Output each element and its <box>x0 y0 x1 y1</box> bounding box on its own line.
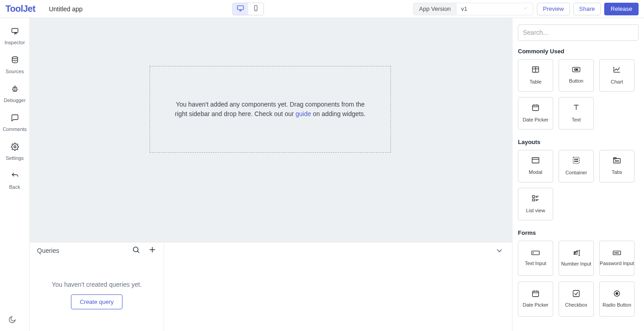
plus-icon[interactable] <box>148 246 156 256</box>
svg-point-37 <box>576 159 577 160</box>
sidebar-label: Comments <box>0 126 29 132</box>
sidebar-item-settings[interactable]: Settings <box>0 137 29 166</box>
header: ToolJet Untitled app App Vers <box>0 0 644 18</box>
list-view-icon <box>531 194 540 204</box>
share-button[interactable]: Share <box>573 3 601 15</box>
svg-line-17 <box>137 251 139 252</box>
canvas-empty-placeholder: You haven't added any components yet. Dr… <box>150 66 391 153</box>
svg-text:2: 2 <box>573 251 576 256</box>
svg-line-13 <box>13 91 14 92</box>
mobile-toggle-button[interactable] <box>248 3 263 15</box>
chevron-down-icon <box>523 5 528 12</box>
component-number-input[interactable]: 2 Number Input <box>559 241 594 276</box>
sidebar-item-inspector[interactable]: Inspector <box>0 22 29 51</box>
component-label: Text <box>572 117 581 123</box>
component-tabs[interactable]: Tabs <box>599 150 635 182</box>
desktop-icon <box>237 5 244 14</box>
password-input-icon <box>612 250 621 258</box>
version-select[interactable]: v1 <box>456 3 533 15</box>
tabs-icon <box>613 157 621 166</box>
sidebar-item-comments[interactable]: Comments <box>0 108 29 137</box>
component-date-picker[interactable]: Date Picker <box>518 97 553 130</box>
version-label: App Version <box>413 3 456 15</box>
sidebar-label: Sources <box>0 69 29 74</box>
left-sidebar: Inspector Sources Debugger Comments Sett… <box>0 18 30 331</box>
guide-link[interactable]: guide <box>296 110 311 117</box>
header-left: ToolJet Untitled app <box>5 4 83 14</box>
svg-rect-47 <box>532 196 535 198</box>
svg-point-40 <box>576 161 577 162</box>
svg-rect-48 <box>532 199 535 201</box>
component-label: Chart <box>611 79 623 85</box>
svg-line-12 <box>16 87 17 88</box>
theme-toggle[interactable] <box>8 316 16 326</box>
radio-icon <box>613 289 621 299</box>
version-value: v1 <box>461 5 467 12</box>
component-modal[interactable]: Modal <box>518 150 553 182</box>
queries-sidebar: Queries You haven't created queries yet.… <box>30 242 164 331</box>
component-label: Date Picker <box>523 117 549 123</box>
logo[interactable]: ToolJet <box>5 4 35 14</box>
component-chart[interactable]: Chart <box>599 59 635 92</box>
sidebar-label: Settings <box>0 155 29 161</box>
search-input[interactable] <box>518 24 639 41</box>
component-form-date-picker[interactable]: Date Picker <box>518 281 553 317</box>
calendar-icon <box>531 289 540 299</box>
canvas-empty-text-post: on adding widgets. <box>311 110 366 117</box>
desktop-toggle-button[interactable] <box>233 3 248 15</box>
sidebar-item-back[interactable]: Back <box>0 166 29 195</box>
queries-title: Queries <box>37 247 59 254</box>
component-label: Number Input <box>561 261 592 267</box>
gear-icon <box>11 143 19 153</box>
component-container[interactable]: Container <box>559 150 594 182</box>
svg-point-62 <box>616 253 617 254</box>
release-button[interactable]: Release <box>604 3 639 15</box>
number-input-icon: 2 <box>572 249 581 258</box>
sidebar-item-sources[interactable]: Sources <box>0 51 29 79</box>
canvas-area[interactable]: You haven't added any components yet. Dr… <box>30 18 512 242</box>
svg-rect-5 <box>12 28 18 33</box>
svg-point-44 <box>615 161 616 162</box>
svg-point-15 <box>14 146 16 148</box>
modal-icon <box>531 157 540 166</box>
sidebar-label: Debugger <box>0 98 29 103</box>
component-label: Button <box>569 78 583 84</box>
component-text[interactable]: Text <box>559 97 594 130</box>
checkbox-icon <box>572 289 580 299</box>
component-table[interactable]: Table <box>518 59 553 92</box>
container-icon <box>572 156 580 166</box>
component-label: Checkbox <box>565 302 588 308</box>
app-title[interactable]: Untitled app <box>49 5 83 13</box>
svg-rect-27 <box>532 105 539 111</box>
component-text-input[interactable]: Text Input <box>518 241 553 276</box>
component-list-view[interactable]: List view <box>518 188 553 220</box>
preview-button[interactable]: Preview <box>537 3 569 15</box>
search-icon[interactable] <box>132 246 140 256</box>
svg-rect-64 <box>532 291 539 297</box>
svg-rect-33 <box>532 158 539 163</box>
queries-panel: Queries You haven't created queries yet.… <box>30 242 512 331</box>
svg-point-41 <box>577 161 578 162</box>
version-group: App Version v1 <box>413 3 533 15</box>
svg-point-6 <box>12 57 18 59</box>
component-label: Modal <box>529 169 542 175</box>
svg-line-11 <box>13 87 14 88</box>
component-password-input[interactable]: Password Input <box>599 241 635 276</box>
text-input-icon <box>531 250 540 258</box>
svg-rect-35 <box>573 158 579 164</box>
component-label: Radio Button <box>602 302 631 308</box>
svg-point-39 <box>574 161 575 162</box>
component-button[interactable]: OK Button <box>559 59 594 92</box>
header-right: App Version v1 Preview Share Release <box>413 3 639 15</box>
comment-icon <box>11 114 19 124</box>
collapse-queries-button[interactable] <box>495 246 504 257</box>
svg-rect-53 <box>532 251 540 255</box>
component-radio-button[interactable]: Radio Button <box>599 281 635 317</box>
create-query-button[interactable]: Create query <box>71 294 122 309</box>
chart-icon <box>613 65 621 75</box>
sidebar-item-debugger[interactable]: Debugger <box>0 79 29 108</box>
section-heading-forms: Forms <box>518 229 639 236</box>
sidebar-label: Back <box>0 184 29 190</box>
component-checkbox[interactable]: Checkbox <box>559 281 594 317</box>
svg-point-45 <box>616 161 617 162</box>
